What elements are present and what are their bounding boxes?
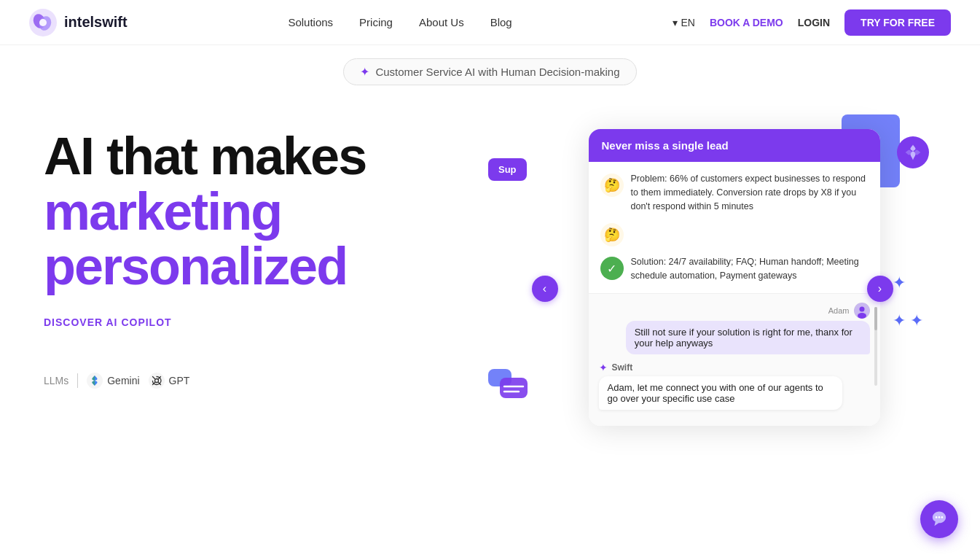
hero-right: Sup ‹ › Never miss a single lead 🤔 Probl…	[466, 114, 936, 426]
sparkle-icon: ✦	[360, 65, 369, 79]
svg-rect-11	[500, 378, 528, 398]
logo-icon	[29, 9, 57, 36]
gpt-icon	[149, 373, 165, 389]
svg-point-15	[938, 516, 941, 518]
tagline-text: Customer Service AI with Human Decision-…	[375, 66, 619, 78]
hero-left: AI that makes marketing personalized DIS…	[44, 114, 466, 389]
svg-point-5	[149, 373, 165, 389]
swift-row: ✦ Swift	[599, 362, 870, 373]
bot-message-row: ✦ Swift Adam, let me connect you with on…	[599, 362, 870, 410]
carousel-next-button[interactable]: ›	[867, 276, 893, 302]
scroll-thumb	[874, 307, 877, 331]
user-avatar	[854, 303, 870, 319]
hero-title-line3: personalized	[44, 239, 466, 295]
support-label: Sup	[488, 158, 527, 181]
chat-card: Never miss a single lead 🤔 Problem: 66% …	[589, 129, 880, 426]
llm-divider	[77, 373, 78, 388]
logo-link[interactable]: intelswift	[29, 9, 128, 36]
chat-header: Never miss a single lead	[589, 129, 880, 162]
gpt-label: GPT	[169, 375, 190, 386]
nav-blog[interactable]: Blog	[490, 16, 512, 28]
chat-messages[interactable]: Adam Still not sure if your solution is	[589, 294, 880, 426]
svg-point-3	[39, 19, 47, 26]
user-message-row: Adam Still not sure if your solution is	[599, 303, 870, 354]
gemini-icon	[87, 373, 103, 389]
llm-label: LLMs	[44, 375, 68, 386]
tagline-pill: ✦ Customer Service AI with Human Decisio…	[343, 58, 636, 85]
carousel-prev-button[interactable]: ‹	[532, 276, 558, 302]
user-name-row: Adam	[599, 303, 870, 319]
try-free-button[interactable]: TRY FOR FREE	[844, 9, 951, 36]
llm-row: LLMs Gemini GPT	[44, 373, 466, 389]
llm-gemini: Gemini	[87, 373, 139, 389]
problem-item: 🤔 Problem: 66% of customers expect busin…	[600, 172, 869, 213]
hero-title-line2: marketing	[44, 184, 466, 240]
lang-label: EN	[681, 17, 694, 28]
bot-sparkle-icon: ✦	[599, 362, 608, 373]
deco-stars: ✦✦ ✦	[893, 273, 923, 330]
llm-gpt: GPT	[149, 373, 190, 389]
hero-title-line1: AI that makes	[44, 129, 466, 184]
chat-window-wrapper: ‹ › Never miss a single lead 🤔 Problem: …	[545, 122, 880, 426]
svg-point-14	[936, 516, 938, 518]
svg-point-8	[859, 306, 864, 311]
lang-selector[interactable]: ▾ EN	[673, 17, 694, 28]
scroll-track	[874, 307, 877, 386]
nav-links: Solutions Pricing About Us Blog	[288, 16, 511, 29]
book-demo-button[interactable]: BOOK A DEMO	[710, 17, 783, 28]
float-chat-bubble	[487, 368, 530, 404]
tagline-bar: ✦ Customer Service AI with Human Decisio…	[0, 58, 980, 85]
svg-point-16	[941, 516, 944, 518]
bot-name: Swift	[612, 362, 633, 373]
oai-logo	[897, 136, 929, 168]
nav-pricing[interactable]: Pricing	[359, 16, 393, 28]
problem-text: Problem: 66% of customers expect busines…	[631, 172, 869, 213]
login-button[interactable]: LOGIN	[798, 17, 830, 28]
nav-solutions[interactable]: Solutions	[288, 16, 333, 28]
solution-item: ✓ Solution: 24/7 availability; FAQ; Huma…	[600, 255, 869, 283]
gemini-label: Gemini	[107, 375, 139, 386]
user-name: Adam	[828, 306, 850, 315]
navbar: intelswift Solutions Pricing About Us Bl…	[0, 0, 980, 45]
svg-point-9	[858, 313, 866, 319]
face-item: 🤔	[600, 222, 869, 246]
nav-right: ▾ EN BOOK A DEMO LOGIN TRY FOR FREE	[673, 9, 951, 36]
thinking-emoji-icon: 🤔	[600, 174, 624, 197]
chevron-down-icon: ▾	[673, 17, 678, 28]
discover-cta[interactable]: DISCOVER AI COPILOT	[44, 316, 172, 328]
user-bubble-container: Still not sure if your solution is right…	[599, 321, 870, 354]
user-bubble: Still not sure if your solution is right…	[626, 321, 870, 354]
solution-text: Solution: 24/7 availability; FAQ; Human …	[631, 255, 869, 283]
brand-name: intelswift	[64, 14, 128, 31]
bot-bubble: Adam, let me connect you with one of our…	[599, 376, 843, 410]
chat-float-button[interactable]	[920, 500, 958, 538]
check-icon: ✓	[600, 257, 624, 280]
nav-about[interactable]: About Us	[419, 16, 464, 28]
hero-section: AI that makes marketing personalized DIS…	[0, 85, 980, 537]
face-emoji-icon: 🤔	[600, 223, 624, 246]
chat-info-section: 🤔 Problem: 66% of customers expect busin…	[589, 162, 880, 294]
